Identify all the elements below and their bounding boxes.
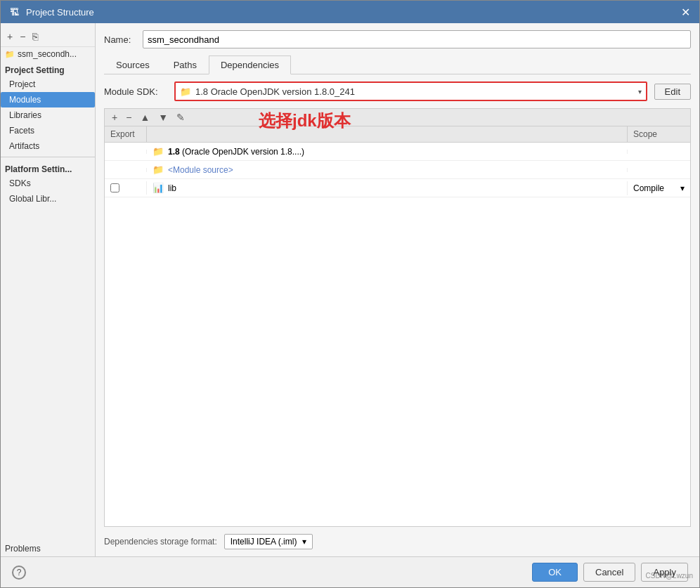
- sidebar-divider: [1, 157, 95, 157]
- dep-edit-button[interactable]: ✎: [174, 111, 188, 124]
- dep-down-button[interactable]: ▼: [155, 111, 171, 124]
- remove-module-button[interactable]: −: [18, 30, 27, 43]
- right-panel: Name: Sources Paths Dependencies Module …: [96, 23, 699, 556]
- dep-toolbar: + − ▲ ▼ ✎: [104, 108, 691, 126]
- ok-button[interactable]: OK: [532, 563, 578, 582]
- storage-row: Dependencies storage format: IntelliJ ID…: [104, 527, 691, 556]
- sdk-label: Module SDK:: [104, 86, 167, 97]
- help-button[interactable]: ?: [12, 566, 26, 580]
- table-header: Export Scope: [105, 126, 690, 143]
- sidebar-item-artifacts[interactable]: Artifacts: [1, 138, 95, 154]
- dependencies-table: Export Scope 📁 1.8 (Oracle OpenJDK versi…: [104, 126, 691, 527]
- dep-add-button[interactable]: +: [109, 111, 120, 124]
- sidebar-item-artifacts-label: Artifacts: [9, 141, 39, 151]
- source-folder-icon: 📁: [153, 164, 164, 175]
- dep-source-scope: [627, 168, 690, 172]
- name-label: Name:: [104, 34, 136, 45]
- dep-source-name: 📁 <Module source>: [147, 162, 627, 177]
- header-scope: Scope: [627, 126, 690, 142]
- platform-setting-header: Platform Settin...: [1, 160, 95, 176]
- name-input[interactable]: [143, 30, 691, 48]
- main-content: + − ⎘ 📁 ssm_secondh... Project Setting P…: [1, 23, 699, 556]
- storage-label: Dependencies storage format:: [104, 537, 217, 547]
- lib-icon: 📊: [153, 183, 164, 193]
- dep-jdk-name: 📁 1.8 (Oracle OpenJDK version 1.8....): [147, 144, 627, 159]
- dependencies-content: 选择jdk版本 + − ▲ ▼ ✎ Export Scope: [104, 108, 691, 556]
- sdk-dropdown-arrow-icon: ▾: [638, 88, 642, 96]
- sidebar-item-libraries-label: Libraries: [9, 110, 41, 120]
- tabs-bar: Sources Paths Dependencies: [104, 55, 691, 74]
- cancel-button[interactable]: Cancel: [583, 563, 635, 582]
- title-bar: 🏗 Project Structure ✕: [1, 1, 699, 23]
- dep-lib-check[interactable]: [105, 181, 147, 195]
- header-name: [147, 126, 627, 142]
- table-row[interactable]: 📊 lib Compile ▾: [105, 179, 690, 197]
- sdk-row: Module SDK: 📁 1.8 Oracle OpenJDK version…: [104, 81, 691, 101]
- sidebar-item-modules[interactable]: Modules: [1, 92, 95, 107]
- sidebar-item-facets-label: Facets: [9, 126, 34, 136]
- edit-sdk-button[interactable]: Edit: [654, 84, 691, 100]
- storage-value: IntelliJ IDEA (.iml): [231, 537, 297, 547]
- sidebar-item-sdks[interactable]: SDKs: [1, 176, 95, 191]
- help-icon: ?: [12, 566, 26, 580]
- sidebar-item-problems[interactable]: Problems: [1, 541, 95, 556]
- name-row: Name:: [104, 30, 691, 48]
- sidebar-item-sdks-label: SDKs: [9, 178, 31, 188]
- sdk-select[interactable]: 📁 1.8 Oracle OpenJDK version 1.8.0_241 ▾: [174, 81, 647, 101]
- sdk-value: 1.8 Oracle OpenJDK version 1.8.0_241: [195, 86, 634, 97]
- dep-lib-scope[interactable]: Compile ▾: [627, 181, 690, 195]
- sidebar-item-global-libs[interactable]: Global Libr...: [1, 191, 95, 207]
- sidebar-item-global-libs-label: Global Libr...: [9, 194, 56, 204]
- dep-remove-button[interactable]: −: [123, 111, 134, 124]
- project-item[interactable]: 📁 ssm_secondh...: [1, 47, 95, 61]
- sidebar-toolbar: + − ⎘: [1, 26, 95, 47]
- dep-jdk-scope: [627, 150, 690, 154]
- sidebar-item-libraries[interactable]: Libraries: [1, 107, 95, 123]
- storage-select[interactable]: IntelliJ IDEA (.iml) ▾: [224, 534, 313, 549]
- project-structure-dialog: 🏗 Project Structure ✕ + − ⎘ 📁 ssm_second…: [0, 0, 700, 588]
- table-row[interactable]: 📁 <Module source>: [105, 161, 690, 179]
- tab-paths[interactable]: Paths: [162, 55, 209, 74]
- table-row[interactable]: 📁 1.8 (Oracle OpenJDK version 1.8....): [105, 143, 690, 161]
- watermark: CSDN@Lwzun: [646, 572, 693, 580]
- sdk-folder-icon: 📁: [180, 86, 191, 97]
- storage-dropdown-arrow-icon: ▾: [302, 537, 306, 547]
- dep-source-check: [105, 168, 147, 172]
- scope-dropdown-arrow-icon: ▾: [680, 183, 685, 193]
- sidebar-item-project-label: Project: [9, 79, 35, 89]
- lib-checkbox[interactable]: [110, 183, 119, 192]
- jdk-folder-icon: 📁: [153, 146, 164, 157]
- close-button[interactable]: ✕: [678, 5, 692, 19]
- sidebar-item-project[interactable]: Project: [1, 77, 95, 92]
- sidebar-item-modules-label: Modules: [9, 95, 41, 105]
- copy-module-button[interactable]: ⎘: [30, 30, 40, 43]
- bottom-bar: ? OK Cancel Apply: [1, 556, 699, 587]
- tab-sources[interactable]: Sources: [104, 55, 162, 74]
- sidebar-item-facets[interactable]: Facets: [1, 123, 95, 138]
- app-icon: 🏗: [8, 6, 20, 18]
- sidebar: + − ⎘ 📁 ssm_secondh... Project Setting P…: [1, 23, 96, 556]
- dep-up-button[interactable]: ▲: [137, 111, 153, 124]
- tab-dependencies[interactable]: Dependencies: [209, 55, 291, 74]
- header-export: Export: [105, 126, 147, 142]
- add-module-button[interactable]: +: [5, 30, 15, 43]
- project-setting-header: Project Setting: [1, 61, 95, 77]
- dialog-title: Project Structure: [26, 7, 673, 18]
- dep-lib-name: 📊 lib: [147, 181, 627, 195]
- dep-jdk-check: [105, 150, 147, 154]
